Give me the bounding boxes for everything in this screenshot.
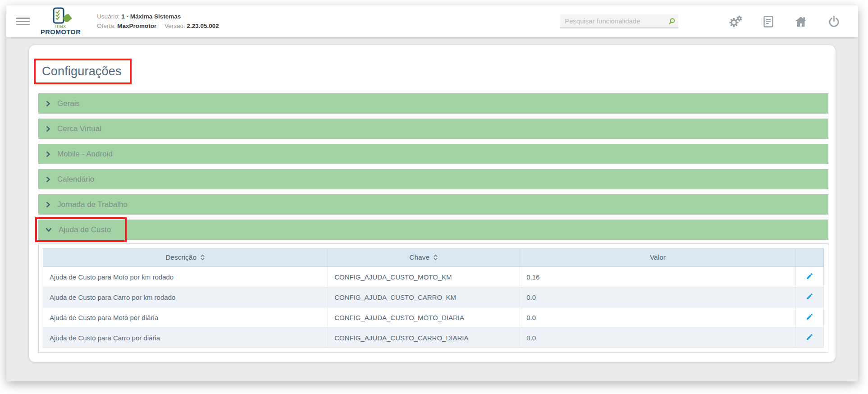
cell-valor: 0.0 [520, 287, 795, 307]
edit-row-button[interactable] [803, 270, 816, 283]
search-button[interactable] [667, 17, 676, 27]
pencil-edit-icon [806, 293, 813, 300]
accordion-header-jornada-de-trabalho[interactable]: Jornada de Trabalho [38, 194, 828, 215]
column-header-label: Descrição [165, 253, 196, 261]
offer-label: Oferta: [97, 23, 115, 29]
sort-icon [433, 254, 439, 261]
logo-text-promotor: PROMOTOR [41, 29, 81, 36]
document-list-icon[interactable] [763, 15, 774, 28]
accordion-label: Ajuda de Custo [59, 225, 111, 234]
chevron-right-icon [46, 202, 50, 208]
session-info: Usuário: 1 - Máxima Sistemas Oferta: Max… [97, 12, 219, 31]
magnifier-icon [668, 18, 676, 25]
pencil-edit-icon [806, 333, 813, 341]
version-value: 2.23.05.002 [187, 23, 219, 29]
accordion-header-calendario[interactable]: Calendário [38, 169, 828, 189]
edit-row-button[interactable] [803, 331, 816, 344]
config-table: Descrição Chave [43, 248, 824, 348]
cell-descricao: Ajuda de Custo para Moto por km rodado [43, 267, 328, 287]
cell-chave: CONFIG_AJUDA_CUSTO_MOTO_DIARIA [328, 307, 520, 328]
hamburger-menu-icon[interactable] [16, 16, 30, 27]
accordion-header-mobile-android[interactable]: Mobile - Android [38, 144, 828, 164]
sort-icon [200, 254, 206, 261]
page-content: Configurações Gerais Cerca Virtual [6, 37, 858, 362]
cell-descricao: Ajuda de Custo para Moto por diária [43, 307, 328, 328]
annotation-box-title: Configurações [34, 59, 132, 84]
table-header-row: Descrição Chave [43, 248, 824, 267]
edit-row-button[interactable] [803, 311, 816, 324]
cell-descricao: Ajuda de Custo para Carro por km rodado [43, 287, 328, 307]
column-header-descricao[interactable]: Descrição [43, 248, 328, 267]
user-value: 1 - Máxima Sistemas [121, 13, 181, 20]
chevron-right-icon [46, 101, 50, 107]
content-card: Configurações Gerais Cerca Virtual [29, 45, 836, 362]
search-input[interactable] [560, 14, 678, 28]
cell-chave: CONFIG_AJUDA_CUSTO_CARRO_DIARIA [328, 328, 520, 348]
column-header-label: Chave [409, 253, 429, 261]
table-row: Ajuda de Custo para Carro por km rodado … [43, 287, 824, 307]
column-header-valor: Valor [520, 248, 795, 267]
chevron-right-icon [46, 126, 50, 132]
power-icon[interactable] [828, 15, 840, 28]
cell-valor: 0.0 [520, 328, 795, 348]
home-icon[interactable] [795, 16, 807, 27]
column-header-chave[interactable]: Chave [328, 248, 520, 267]
table-row: Ajuda de Custo para Moto por diária CONF… [43, 307, 824, 328]
functionality-search [560, 14, 678, 28]
app-logo[interactable]: max PROMOTOR [41, 7, 81, 36]
cell-valor: 0.16 [520, 267, 795, 287]
cell-chave: CONFIG_AJUDA_CUSTO_MOTO_KM [328, 267, 520, 287]
accordion-label: Calendário [57, 175, 94, 184]
accordion-label: Jornada de Trabalho [57, 200, 128, 209]
accordion-label: Mobile - Android [57, 150, 113, 159]
accordion-label: Gerais [57, 99, 80, 108]
offer-value: MaxPromotor [117, 23, 156, 29]
version-label: Versão: [164, 23, 185, 29]
chevron-right-icon [46, 151, 50, 157]
cell-descricao: Ajuda de Custo para Carro por diária [43, 328, 328, 348]
topbar-actions [729, 15, 840, 28]
settings-gears-icon[interactable] [729, 15, 742, 28]
app-window: max PROMOTOR Usuário: 1 - Máxima Sistema… [6, 5, 858, 381]
user-label: Usuário: [97, 13, 119, 20]
chevron-right-icon [46, 176, 50, 183]
table-row: Ajuda de Custo para Carro por diária CON… [43, 328, 824, 348]
accordion-header-cerca-virtual[interactable]: Cerca Virtual [38, 119, 828, 139]
page-title: Configurações [42, 64, 122, 78]
column-header-actions [795, 248, 823, 267]
accordion-label: Cerca Virtual [57, 124, 101, 133]
pencil-edit-icon [806, 313, 813, 321]
accordion-header-ajuda-de-custo[interactable]: Ajuda de Custo [38, 220, 828, 240]
settings-accordion: Gerais Cerca Virtual Mobile - Android [38, 93, 828, 353]
edit-row-button[interactable] [803, 291, 816, 303]
cell-valor: 0.0 [520, 307, 795, 328]
topbar: max PROMOTOR Usuário: 1 - Máxima Sistema… [6, 5, 858, 37]
pencil-edit-icon [806, 272, 813, 280]
cell-chave: CONFIG_AJUDA_CUSTO_CARRO_KM [328, 287, 520, 307]
column-header-label: Valor [650, 253, 666, 261]
accordion-header-gerais[interactable]: Gerais [38, 93, 828, 114]
ajuda-de-custo-panel: Descrição Chave [38, 243, 828, 353]
chevron-down-icon [46, 227, 52, 232]
table-row: Ajuda de Custo para Moto por km rodado C… [43, 267, 824, 287]
